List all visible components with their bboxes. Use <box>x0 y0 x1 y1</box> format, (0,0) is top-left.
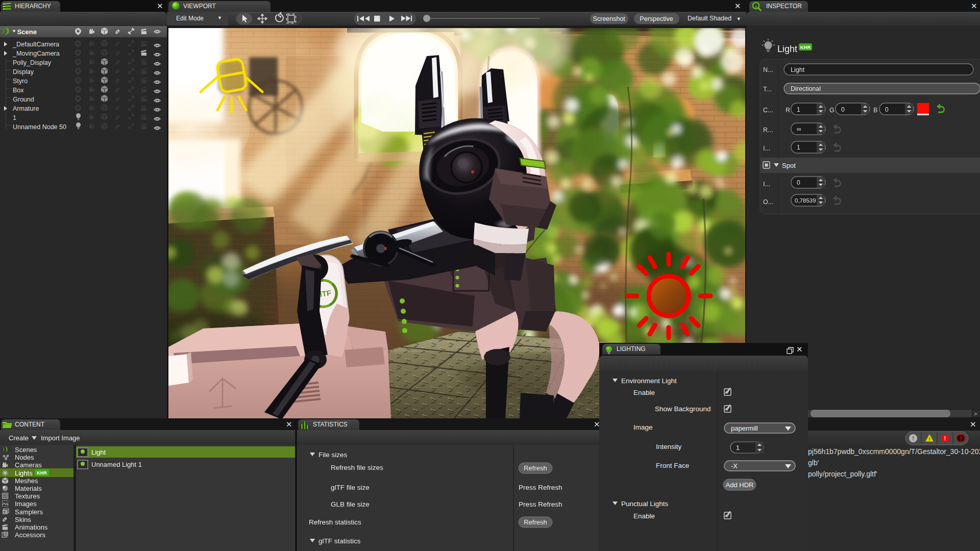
svg-text:-X: -X <box>731 462 738 470</box>
svg-text:B: B <box>873 107 877 114</box>
svg-text:Show Background: Show Background <box>655 405 711 413</box>
svg-text:!: ! <box>929 437 930 442</box>
svg-text:Image: Image <box>633 423 653 431</box>
svg-text:polly/project_polly.gltf': polly/project_polly.gltf' <box>808 470 877 478</box>
svg-text:Create: Create <box>9 434 29 442</box>
svg-text:Press Refresh: Press Refresh <box>519 484 562 491</box>
svg-text:Import Image: Import Image <box>41 434 80 442</box>
svg-text:∞: ∞ <box>797 126 801 133</box>
svg-text:Spot: Spot <box>782 162 796 169</box>
svg-text:I...: I... <box>763 181 770 188</box>
svg-text:Polly_Display: Polly_Display <box>13 59 52 66</box>
svg-text:>: > <box>974 411 977 417</box>
svg-text:!: ! <box>960 436 962 441</box>
svg-text:Display: Display <box>13 68 34 76</box>
svg-text:Scenes: Scenes <box>15 446 37 454</box>
svg-text:Ground: Ground <box>13 96 34 103</box>
svg-text:Enable: Enable <box>633 512 655 520</box>
svg-text:Screenshot: Screenshot <box>593 15 625 22</box>
svg-text:Press Refresh: Press Refresh <box>519 500 562 508</box>
svg-text:Light: Light <box>791 66 805 73</box>
svg-text:Light: Light <box>777 44 797 54</box>
svg-text:KHR: KHR <box>37 470 47 475</box>
svg-text:glTF file size: glTF file size <box>331 484 370 491</box>
svg-text:!: ! <box>944 436 946 441</box>
svg-text:Perspective: Perspective <box>640 15 673 22</box>
svg-text:0: 0 <box>885 106 889 113</box>
svg-text:Refresh: Refresh <box>524 518 547 526</box>
svg-text:Skins: Skins <box>15 516 31 523</box>
svg-text:Unnamed Node 50: Unnamed Node 50 <box>13 123 66 131</box>
svg-text:1: 1 <box>797 144 800 151</box>
svg-text:Intensity: Intensity <box>656 443 682 450</box>
svg-text:I...: I... <box>763 145 770 152</box>
svg-text:Environment Light: Environment Light <box>621 377 677 385</box>
svg-text:N...: N... <box>763 66 773 73</box>
svg-text:glTF statistics: glTF statistics <box>318 537 361 545</box>
svg-text:1: 1 <box>736 444 740 452</box>
svg-text:Refresh statistics: Refresh statistics <box>309 518 361 526</box>
svg-text:C...: C... <box>763 107 773 114</box>
svg-text:T: T <box>4 510 6 515</box>
svg-text:Textures: Textures <box>15 492 40 500</box>
svg-text:Unnamed Light 1: Unnamed Light 1 <box>91 461 142 468</box>
svg-text:R...: R... <box>763 127 773 134</box>
svg-text:Light: Light <box>91 448 106 456</box>
svg-text:0: 0 <box>797 179 800 186</box>
svg-text:Lights: Lights <box>15 469 33 477</box>
svg-text:0: 0 <box>841 106 845 113</box>
svg-text:Nodes: Nodes <box>15 454 34 461</box>
svg-text:R: R <box>786 107 790 114</box>
svg-text:Cameras: Cameras <box>15 461 42 469</box>
svg-text:* Scene: * Scene <box>13 28 37 36</box>
svg-text:Samplers: Samplers <box>15 508 43 516</box>
svg-text:!: ! <box>912 435 914 441</box>
svg-text:1: 1 <box>13 114 16 121</box>
svg-text:Box: Box <box>13 87 24 94</box>
svg-text:G: G <box>829 107 835 114</box>
svg-text:Accessors: Accessors <box>15 531 45 539</box>
svg-text:papermill: papermill <box>731 424 758 432</box>
svg-text:KHR: KHR <box>800 44 811 50</box>
svg-text:_DefaultCamera: _DefaultCamera <box>12 41 59 48</box>
svg-text:_MovingCamera: _MovingCamera <box>12 50 60 57</box>
svg-text:File sizes: File sizes <box>318 451 348 459</box>
svg-text:0,78539: 0,78539 <box>795 197 816 204</box>
svg-text:Directional: Directional <box>791 85 821 92</box>
svg-text:Refresh file sizes: Refresh file sizes <box>331 464 383 471</box>
svg-text:GLB file size: GLB file size <box>331 500 370 508</box>
svg-text:Enable: Enable <box>633 389 655 396</box>
svg-text:Punctual Lights: Punctual Lights <box>621 500 669 508</box>
svg-text:pj56h1b7pwdb_0xscmm0000gn/T/Ge: pj56h1b7pwdb_0xscmm0000gn/T/Gestaltor_30… <box>808 447 980 456</box>
svg-text:Animations: Animations <box>15 523 48 531</box>
svg-text:T...: T... <box>763 86 772 93</box>
svg-text:Materials: Materials <box>15 485 42 492</box>
svg-text:O...: O... <box>763 198 773 206</box>
svg-text:Styro: Styro <box>13 78 28 85</box>
svg-text:Armature: Armature <box>13 105 39 112</box>
svg-text:Images: Images <box>15 500 37 508</box>
svg-text:Meshes: Meshes <box>15 477 38 485</box>
svg-text:1: 1 <box>797 106 800 113</box>
svg-text:glb': glb' <box>808 459 819 467</box>
svg-text:Front Face: Front Face <box>656 462 689 469</box>
svg-text:Refresh: Refresh <box>524 464 547 472</box>
svg-text:Add HDR: Add HDR <box>726 481 754 489</box>
